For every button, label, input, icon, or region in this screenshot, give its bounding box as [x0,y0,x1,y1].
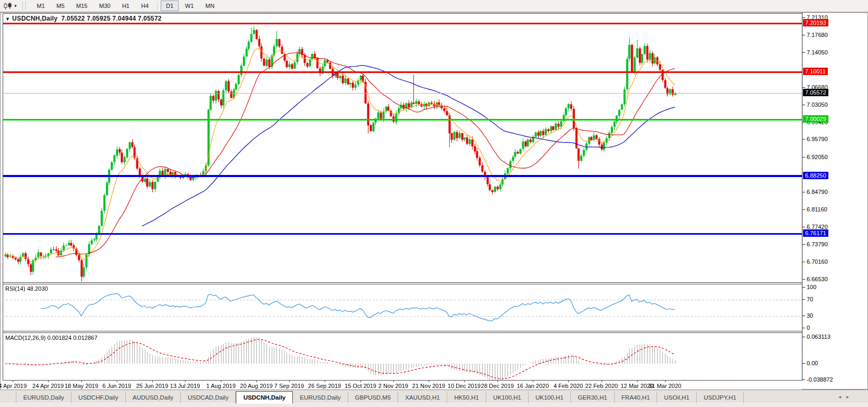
tick-mark [802,244,805,245]
date-tick-mark [325,381,325,382]
price-axis-tick: 100 [802,283,816,291]
tick-mark [802,139,805,140]
tick-mark [802,35,805,35]
tick-mark [802,227,805,227]
price-line-label: 7.00029 [803,115,828,123]
tab-scroll-right-icon[interactable]: ▸ [846,394,849,400]
tick-mark [802,279,805,280]
tick-mark [802,328,805,328]
price-axis-tick: 0 [802,324,810,331]
tick-label: 0.063113 [807,334,830,340]
tick-label: 6.92050 [807,154,828,160]
price-axis-tick: 7.17680 [802,31,828,39]
date-tick-label: 4 Apr 2019 [0,383,27,389]
chart-tab-uk100-h1[interactable]: UK100,H1 [486,392,529,403]
tick-mark [802,287,805,288]
price-line-label: 6.88250 [803,172,828,179]
status-bar [0,403,868,407]
chart-window: ▼USDCNH,Daily 7.05522 7.05925 7.04944 7.… [0,12,868,390]
timeframe-button-d1[interactable]: D1 [161,1,179,11]
tick-mark [802,209,805,210]
chart-tab-usdjpy-h1[interactable]: USDJPY,H1 [697,392,744,403]
chart-tab-hk50-h1[interactable]: HK50,H1 [447,392,486,403]
date-tick-label: 6 Jun 2019 [103,383,131,389]
tick-label: 0.00 [807,360,818,366]
timeframe-buttons: M1M5M15M30H1H4D1W1MN [31,1,220,11]
timeframe-button-h4[interactable]: H4 [136,1,154,11]
price-axis[interactable]: 7.213107.176807.140507.066807.030506.994… [802,13,867,381]
toolbar: ▾ M1M5M15M30H1H4D1W1MN [0,0,868,12]
price-axis-tick: 6.92050 [802,153,828,161]
collapse-caret-icon[interactable]: ▼ [5,16,10,22]
date-tick-label: 24 Apr 2019 [32,383,63,389]
tab-scroll-left-icon[interactable]: ◂ [838,394,841,400]
price-axis-tick: 6.66530 [802,275,828,283]
symbol-ohlc-text: USDCNH,Daily 7.05522 7.05925 7.04944 7.0… [12,15,162,22]
chart-tab-usdcnh-daily[interactable]: USDCNH,Daily [236,391,293,404]
toolbar-separator [157,2,158,10]
timeframe-button-m5[interactable]: M5 [51,1,70,11]
date-tick-label: 10 Dec 2019 [448,383,481,389]
date-tick-label: 31 Mar 2020 [649,383,681,389]
chart-type-icon[interactable] [2,2,14,11]
date-tick-mark [568,381,569,382]
timeframe-button-w1[interactable]: W1 [180,1,199,11]
date-tick-label: 7 Sep 2019 [274,383,304,389]
current-price-label: 7.05572 [803,89,828,96]
chart-tab-fra40-h1[interactable]: FRA40,H1 [615,392,658,403]
date-tick-mark [497,381,498,382]
date-tick-label: 2 Nov 2019 [378,383,408,389]
date-tick-label: 16 Jan 2020 [517,383,549,389]
main-chart-canvas[interactable] [3,13,802,381]
date-tick-mark [361,381,361,382]
date-tick-mark [48,381,49,382]
price-axis-tick: 6.70160 [802,258,828,265]
price-axis-tick: 6.81160 [802,206,827,213]
timeframe-button-m15[interactable]: M15 [71,1,93,11]
timeframe-button-m30[interactable]: M30 [94,1,116,11]
tick-mark [802,262,805,262]
tick-mark [802,87,805,88]
date-tick-label: 22 Feb 2020 [585,383,618,389]
date-tick-label: 15 Oct 2019 [345,383,376,389]
tick-label: 70 [807,296,813,302]
chart-tab-usdcad-daily[interactable]: USDCAD,Daily [181,392,236,403]
chart-tab-ger30-h1[interactable]: GER30,H1 [571,392,615,403]
price-axis-tick: 0.063113 [802,333,830,340]
chart-tab-audusd-daily[interactable]: AUDUSD,Daily [126,392,181,403]
chart-tab-bar: EURUSD,DailyUSDCHF,DailyAUDUSD,DailyUSDC… [0,390,868,403]
date-tick-label: 4 Feb 2020 [553,383,583,389]
tick-label: -0.038872 [807,376,833,383]
price-line-label: 6.76171 [803,229,828,237]
tick-label: 30 [807,312,813,319]
tick-label: 100 [807,284,816,290]
date-tick-mark [429,381,429,382]
date-tick-label: 28 Dec 2019 [481,383,514,389]
tick-mark [802,299,805,300]
chart-tab-usoil-h1[interactable]: USOil,H1 [657,392,697,403]
date-tick-mark [152,381,153,382]
date-axis[interactable]: 4 Apr 201924 Apr 201918 May 20196 Jun 20… [1,381,802,390]
tick-label: 0 [807,325,810,331]
chart-tab-xauusd-h1[interactable]: XAUUSD,H1 [398,392,447,403]
date-tick-label: 18 May 2019 [64,383,98,389]
tick-mark [802,157,805,158]
chart-tab-usdchf-daily[interactable]: USDCHF,Daily [71,392,125,403]
tick-mark [802,337,805,337]
timeframe-button-mn[interactable]: MN [200,1,220,11]
timeframe-button-m1[interactable]: M1 [32,1,50,11]
date-tick-mark [256,381,257,382]
chart-tab-eurusd-daily[interactable]: EURUSD,Daily [293,392,348,403]
chart-type-dropdown-caret-icon[interactable]: ▾ [14,3,17,8]
date-tick-mark [533,381,533,382]
price-line-label: 7.20193 [803,19,828,26]
timeframe-button-h1[interactable]: H1 [117,1,135,11]
chart-tab-gbpusd-m5[interactable]: GBPUSD,M5 [348,392,399,403]
tick-label: 6.73790 [807,241,828,247]
toolbar-grip-icon[interactable] [22,2,26,10]
chart-tab-eurusd-daily[interactable]: EURUSD,Daily [16,392,71,403]
chart-tab-uk100-h1[interactable]: UK100,H1 [529,392,571,403]
price-axis-tick: -0.038872 [802,376,833,383]
tick-label: 7.03050 [807,101,828,108]
date-tick-mark [81,381,82,382]
